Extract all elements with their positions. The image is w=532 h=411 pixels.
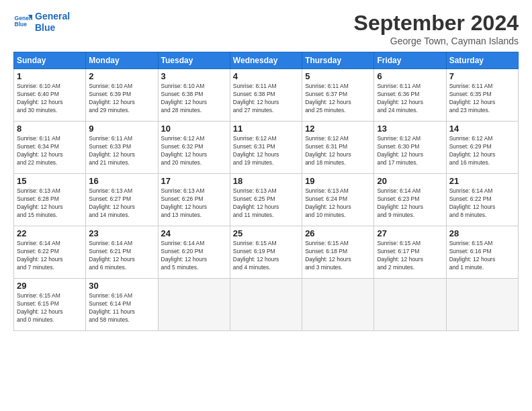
calendar-cell [302,279,374,331]
cell-info: Sunrise: 6:16 AMSunset: 6:14 PMDaylight:… [89,292,154,324]
calendar-cell: 20Sunrise: 6:14 AMSunset: 6:23 PMDayligh… [374,174,446,226]
day-number: 1 [17,71,83,81]
day-number: 9 [89,124,154,134]
calendar-cell: 25Sunrise: 6:15 AMSunset: 6:19 PMDayligh… [230,226,302,279]
calendar: SundayMondayTuesdayWednesdayThursdayFrid… [13,52,519,331]
cell-info: Sunrise: 6:10 AMSunset: 6:39 PMDaylight:… [89,83,154,115]
calendar-cell: 9Sunrise: 6:11 AMSunset: 6:33 PMDaylight… [86,122,158,174]
title-block: September 2024 George Town, Cayman Islan… [354,11,519,46]
calendar-cell: 7Sunrise: 6:11 AMSunset: 6:35 PMDaylight… [446,69,518,122]
calendar-cell: 1Sunrise: 6:10 AMSunset: 6:40 PMDaylight… [14,69,86,122]
day-number: 13 [377,124,443,134]
calendar-cell: 2Sunrise: 6:10 AMSunset: 6:39 PMDaylight… [86,69,158,122]
location: George Town, Cayman Islands [354,36,519,46]
logo: General Blue General Blue [13,11,70,34]
calendar-cell [446,279,518,331]
day-number: 25 [233,228,299,238]
calendar-cell: 8Sunrise: 6:11 AMSunset: 6:34 PMDaylight… [14,122,86,174]
calendar-cell: 11Sunrise: 6:12 AMSunset: 6:31 PMDayligh… [230,122,302,174]
cell-info: Sunrise: 6:12 AMSunset: 6:30 PMDaylight:… [377,135,443,167]
cell-info: Sunrise: 6:14 AMSunset: 6:22 PMDaylight:… [17,240,83,272]
day-number: 18 [233,176,299,186]
calendar-cell: 14Sunrise: 6:12 AMSunset: 6:29 PMDayligh… [446,122,518,174]
cell-info: Sunrise: 6:13 AMSunset: 6:26 PMDaylight:… [161,187,227,220]
calendar-cell: 3Sunrise: 6:10 AMSunset: 6:38 PMDaylight… [158,69,230,122]
cell-info: Sunrise: 6:11 AMSunset: 6:36 PMDaylight:… [377,83,443,115]
day-number: 15 [17,176,83,186]
calendar-cell: 19Sunrise: 6:13 AMSunset: 6:24 PMDayligh… [302,174,374,226]
svg-text:Blue: Blue [15,21,28,28]
cell-info: Sunrise: 6:15 AMSunset: 6:19 PMDaylight:… [233,240,299,272]
day-number: 20 [377,176,443,186]
cell-info: Sunrise: 6:12 AMSunset: 6:32 PMDaylight:… [161,135,227,167]
calendar-week-1: 1Sunrise: 6:10 AMSunset: 6:40 PMDaylight… [14,69,519,122]
day-number: 26 [305,228,371,238]
day-header-sunday: Sunday [14,52,86,69]
cell-info: Sunrise: 6:13 AMSunset: 6:28 PMDaylight:… [17,187,83,220]
cell-info: Sunrise: 6:13 AMSunset: 6:24 PMDaylight:… [305,187,371,220]
day-number: 3 [161,71,227,81]
cell-info: Sunrise: 6:12 AMSunset: 6:31 PMDaylight:… [233,135,299,167]
day-number: 2 [89,71,154,81]
day-number: 4 [233,71,299,81]
day-number: 12 [305,124,371,134]
calendar-cell: 17Sunrise: 6:13 AMSunset: 6:26 PMDayligh… [158,174,230,226]
cell-info: Sunrise: 6:13 AMSunset: 6:25 PMDaylight:… [233,187,299,220]
calendar-cell: 18Sunrise: 6:13 AMSunset: 6:25 PMDayligh… [230,174,302,226]
day-header-tuesday: Tuesday [158,52,230,69]
cell-info: Sunrise: 6:11 AMSunset: 6:34 PMDaylight:… [17,135,83,167]
day-number: 17 [161,176,227,186]
logo-blue: Blue [35,22,55,33]
calendar-cell: 23Sunrise: 6:14 AMSunset: 6:21 PMDayligh… [86,226,158,279]
calendar-header-row: SundayMondayTuesdayWednesdayThursdayFrid… [14,52,519,69]
calendar-cell: 22Sunrise: 6:14 AMSunset: 6:22 PMDayligh… [14,226,86,279]
cell-info: Sunrise: 6:11 AMSunset: 6:35 PMDaylight:… [449,83,515,115]
cell-info: Sunrise: 6:12 AMSunset: 6:31 PMDaylight:… [305,135,371,167]
day-number: 5 [305,71,371,81]
calendar-cell: 27Sunrise: 6:15 AMSunset: 6:17 PMDayligh… [374,226,446,279]
day-header-saturday: Saturday [446,52,518,69]
day-number: 29 [17,281,83,291]
calendar-week-3: 15Sunrise: 6:13 AMSunset: 6:28 PMDayligh… [14,174,519,226]
day-header-wednesday: Wednesday [230,52,302,69]
calendar-week-4: 22Sunrise: 6:14 AMSunset: 6:22 PMDayligh… [14,226,519,279]
day-number: 14 [449,124,515,134]
calendar-cell: 29Sunrise: 6:15 AMSunset: 6:15 PMDayligh… [14,279,86,331]
cell-info: Sunrise: 6:15 AMSunset: 6:16 PMDaylight:… [449,240,515,272]
cell-info: Sunrise: 6:15 AMSunset: 6:15 PMDaylight:… [17,292,83,324]
day-header-friday: Friday [374,52,446,69]
calendar-week-5: 29Sunrise: 6:15 AMSunset: 6:15 PMDayligh… [14,279,519,331]
calendar-cell: 24Sunrise: 6:14 AMSunset: 6:20 PMDayligh… [158,226,230,279]
day-number: 11 [233,124,299,134]
logo-general: General [35,11,70,21]
day-number: 6 [377,71,443,81]
day-number: 7 [449,71,515,81]
day-number: 22 [17,228,83,238]
cell-info: Sunrise: 6:14 AMSunset: 6:22 PMDaylight:… [449,187,515,220]
calendar-cell: 21Sunrise: 6:14 AMSunset: 6:22 PMDayligh… [446,174,518,226]
day-number: 8 [17,124,83,134]
day-number: 24 [161,228,227,238]
calendar-cell: 16Sunrise: 6:13 AMSunset: 6:27 PMDayligh… [86,174,158,226]
cell-info: Sunrise: 6:10 AMSunset: 6:40 PMDaylight:… [17,83,83,115]
day-number: 19 [305,176,371,186]
day-number: 21 [449,176,515,186]
calendar-cell: 30Sunrise: 6:16 AMSunset: 6:14 PMDayligh… [86,279,158,331]
calendar-cell: 10Sunrise: 6:12 AMSunset: 6:32 PMDayligh… [158,122,230,174]
calendar-cell: 5Sunrise: 6:11 AMSunset: 6:37 PMDaylight… [302,69,374,122]
day-header-monday: Monday [86,52,158,69]
day-header-thursday: Thursday [302,52,374,69]
cell-info: Sunrise: 6:11 AMSunset: 6:33 PMDaylight:… [89,135,154,167]
month-title: September 2024 [354,11,519,36]
cell-info: Sunrise: 6:15 AMSunset: 6:17 PMDaylight:… [377,240,443,272]
cell-info: Sunrise: 6:15 AMSunset: 6:18 PMDaylight:… [305,240,371,272]
calendar-cell [158,279,230,331]
day-number: 30 [89,281,154,291]
calendar-cell: 26Sunrise: 6:15 AMSunset: 6:18 PMDayligh… [302,226,374,279]
calendar-cell: 28Sunrise: 6:15 AMSunset: 6:16 PMDayligh… [446,226,518,279]
page-header: General Blue General Blue September 2024… [13,11,519,46]
cell-info: Sunrise: 6:11 AMSunset: 6:38 PMDaylight:… [233,83,299,115]
day-number: 23 [89,228,154,238]
calendar-cell: 13Sunrise: 6:12 AMSunset: 6:30 PMDayligh… [374,122,446,174]
cell-info: Sunrise: 6:12 AMSunset: 6:29 PMDaylight:… [449,135,515,167]
